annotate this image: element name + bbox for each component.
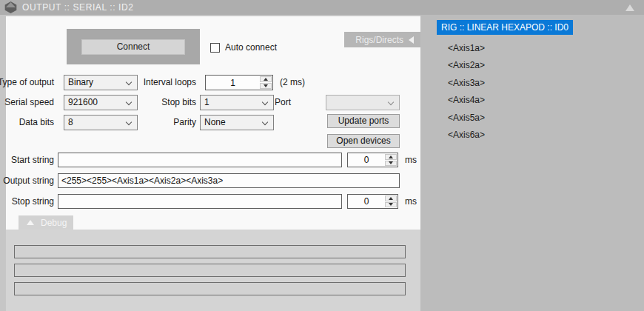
- debug-bar: [14, 245, 406, 258]
- type-of-output-select[interactable]: Binary: [64, 75, 138, 90]
- rigs-directs-label: Rigs/Directs: [355, 35, 403, 45]
- serial-speed-label: Serial speed: [4, 95, 54, 110]
- module-titlebar[interactable]: OUTPUT :: SERIAL :: ID2: [0, 0, 644, 15]
- chevron-down-icon: [262, 99, 268, 105]
- stop-delay-input[interactable]: [349, 195, 384, 207]
- interval-loops-stepper[interactable]: [205, 75, 273, 90]
- connect-button[interactable]: Connect: [81, 39, 185, 55]
- rigs-sidebar: RIG :: LINEAR HEXAPOD :: ID0 <Axis1a> <A…: [420, 15, 644, 311]
- interval-loops-suffix: (2 ms): [280, 75, 305, 90]
- arrow-down-icon: [389, 161, 393, 164]
- module-title: OUTPUT :: SERIAL :: ID2: [22, 0, 134, 15]
- start-string-label: Start string: [11, 153, 54, 167]
- arrow-down-icon: [264, 84, 268, 87]
- triangle-left-icon: [409, 36, 414, 44]
- data-bits-select[interactable]: 8: [64, 115, 138, 130]
- debug-bar: [14, 282, 406, 295]
- chevron-down-icon: [262, 119, 268, 125]
- stop-string-input[interactable]: [58, 194, 342, 209]
- serial-speed-select[interactable]: 921600: [64, 95, 138, 110]
- debug-panel: [6, 230, 420, 311]
- data-bits-value: 8: [68, 117, 73, 127]
- sidebar-item-axis2a[interactable]: <Axis2a>: [448, 60, 485, 70]
- sidebar-item-axis4a[interactable]: <Axis4a>: [448, 95, 485, 105]
- type-of-output-label: Type of output: [0, 75, 54, 90]
- interval-loops-input[interactable]: [207, 76, 259, 89]
- spinner-up-button[interactable]: [260, 76, 272, 82]
- auto-connect-label: Auto connect: [225, 42, 277, 53]
- start-delay-unit: ms: [405, 153, 417, 167]
- chevron-down-icon: [126, 79, 132, 85]
- output-string-input[interactable]: [58, 173, 400, 188]
- tab-debug[interactable]: Debug: [19, 215, 73, 230]
- data-bits-label: Data bits: [19, 115, 54, 130]
- arrow-up-icon: [389, 197, 393, 200]
- spinner-up-button[interactable]: [385, 195, 397, 201]
- parity-value: None: [204, 117, 226, 127]
- collapse-up-icon[interactable]: [625, 4, 634, 11]
- spinner-down-button[interactable]: [260, 83, 272, 89]
- debug-tab-label: Debug: [41, 218, 67, 228]
- spinner-down-button[interactable]: [385, 202, 397, 208]
- stop-delay-unit: ms: [405, 194, 417, 209]
- stop-bits-value: 1: [204, 97, 209, 107]
- parity-label: Parity: [173, 115, 196, 130]
- triangle-up-icon: [27, 220, 34, 225]
- port-select[interactable]: [326, 95, 400, 110]
- start-delay-input[interactable]: [349, 154, 384, 166]
- module-hexagon-icon: [4, 1, 17, 13]
- serial-speed-value: 921600: [68, 97, 98, 107]
- stop-delay-stepper[interactable]: [347, 194, 398, 209]
- serial-output-panel: Connect Auto connect Rigs/Directs Type o…: [6, 16, 420, 230]
- connect-button-frame: Connect: [67, 29, 200, 64]
- stop-bits-label: Stop bits: [161, 95, 196, 110]
- sidebar-item-axis3a[interactable]: <Axis3a>: [448, 78, 485, 88]
- arrow-up-icon: [389, 156, 393, 158]
- auto-connect-checkbox[interactable]: [210, 43, 220, 53]
- tab-rigs-directs[interactable]: Rigs/Directs: [344, 32, 420, 47]
- debug-bar: [14, 264, 406, 277]
- stop-bits-select[interactable]: 1: [200, 95, 274, 110]
- spinner-down-button[interactable]: [385, 161, 397, 167]
- sidebar-item-axis5a[interactable]: <Axis5a>: [448, 113, 485, 123]
- arrow-down-icon: [389, 203, 393, 206]
- chevron-down-icon: [126, 99, 132, 105]
- update-ports-button[interactable]: Update ports: [327, 114, 400, 128]
- sidebar-item-axis6a[interactable]: <Axis6a>: [448, 130, 485, 140]
- open-devices-button[interactable]: Open devices: [327, 134, 400, 148]
- type-of-output-value: Binary: [68, 77, 93, 87]
- sidebar-item-axis1a[interactable]: <Axis1a>: [448, 43, 485, 53]
- parity-select[interactable]: None: [200, 115, 274, 130]
- output-string-label: Output string: [3, 173, 54, 188]
- spinner-up-button[interactable]: [385, 154, 397, 160]
- port-label: Port: [275, 95, 291, 110]
- start-string-input[interactable]: [58, 153, 342, 167]
- arrow-up-icon: [264, 78, 268, 81]
- chevron-down-icon: [126, 119, 132, 125]
- stop-string-label: Stop string: [12, 194, 54, 209]
- chevron-down-icon: [388, 99, 394, 105]
- start-delay-stepper[interactable]: [347, 153, 398, 167]
- interval-loops-label: Interval loops: [144, 75, 196, 90]
- sidebar-item-rig-header[interactable]: RIG :: LINEAR HEXAPOD :: ID0: [437, 20, 573, 35]
